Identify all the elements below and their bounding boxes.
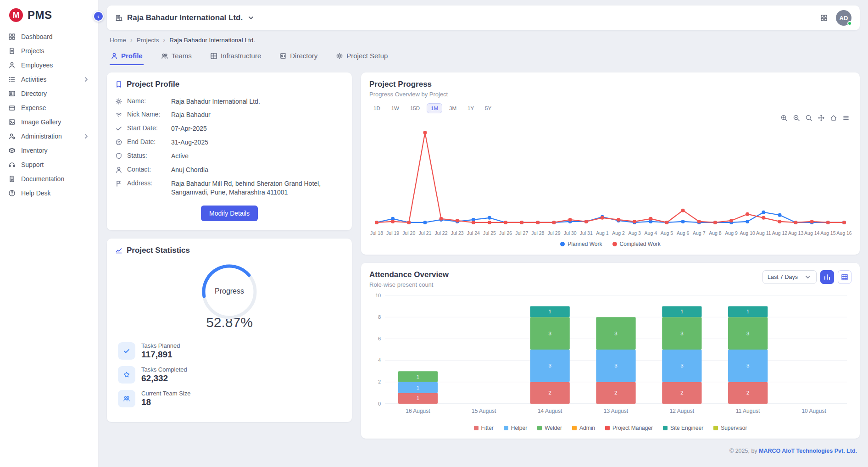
sidebar-item-image-gallery[interactable]: Image Gallery (0, 115, 98, 129)
field-end-date: End Date: 31-Aug-2025 (115, 136, 344, 150)
stat-current-team-size: Current Team Size 18 (118, 390, 341, 407)
tab-teams[interactable]: Teams (160, 50, 193, 65)
legend-item[interactable]: Fitter (474, 425, 494, 431)
legend-item[interactable]: Completed Work (612, 241, 661, 247)
range-button-1y[interactable]: 1Y (463, 103, 478, 113)
svg-text:3: 3 (614, 363, 617, 368)
stat-label: Tasks Planned (141, 342, 180, 349)
svg-text:2: 2 (680, 390, 683, 395)
legend-item[interactable]: Welder (537, 425, 562, 431)
tab-profile[interactable]: Profile (110, 50, 144, 65)
legend-item[interactable]: Planned Work (560, 241, 602, 247)
sidebar-item-projects[interactable]: Projects (0, 44, 98, 58)
zoom-in-icon[interactable] (780, 114, 788, 122)
company-selector[interactable]: Raja Bahadur International Ltd. (115, 13, 255, 22)
employees-icon (8, 61, 16, 69)
pan-icon[interactable] (818, 114, 825, 122)
stat-value: 62,332 (141, 373, 187, 384)
range-button-5y[interactable]: 5Y (481, 103, 495, 113)
sidebar-item-documentation[interactable]: Documentation (0, 172, 98, 186)
field-label: Contact: (127, 166, 167, 173)
stat-label: Current Team Size (141, 390, 190, 397)
svg-text:Jul 29: Jul 29 (548, 230, 561, 236)
tab-infrastructure[interactable]: Infrastructure (209, 50, 262, 65)
field-start-date: Start Date: 07-Apr-2025 (115, 122, 344, 136)
menu-icon[interactable] (842, 114, 850, 122)
legend-item[interactable]: Site Engineer (663, 425, 703, 431)
avatar[interactable]: AD (836, 10, 851, 26)
check-icon (115, 125, 122, 132)
breadcrumb-projects[interactable]: Projects (137, 37, 159, 44)
field-status: Status: Active (115, 150, 344, 163)
svg-text:Jul 24: Jul 24 (467, 230, 480, 236)
footer-text: © 2025, by (729, 448, 759, 454)
stat-label: Tasks Completed (141, 366, 187, 373)
project-progress-chart[interactable]: Jul 18Jul 19Jul 20Jul 21Jul 22Jul 23Jul … (369, 116, 851, 239)
sidebar-item-dashboard[interactable]: Dashboard (0, 30, 98, 44)
person-icon (115, 166, 122, 173)
sidebar-item-expense[interactable]: Expense (0, 101, 98, 115)
svg-text:Aug 5: Aug 5 (661, 230, 673, 236)
sidebar-item-activities[interactable]: Activities (0, 72, 98, 86)
range-button-3m[interactable]: 3M (445, 103, 461, 113)
tab-label: Infrastructure (221, 52, 261, 60)
zoom-out-icon[interactable] (793, 114, 800, 122)
range-button-15d[interactable]: 15D (406, 103, 424, 113)
stat-tasks-planned: Tasks Planned 117,891 (118, 342, 341, 360)
support-icon (8, 161, 16, 168)
sidebar-item-help-desk[interactable]: Help Desk (0, 186, 98, 200)
sidebar-item-directory[interactable]: Directory (0, 87, 98, 100)
sidebar-item-support[interactable]: Support (0, 158, 98, 172)
gauge-label: Progress (199, 287, 260, 295)
stat-items: Tasks Planned 117,891 Tasks Completed 62… (115, 342, 344, 407)
header-actions: AD (820, 10, 851, 26)
legend-swatch (605, 426, 610, 430)
sidebar-item-label: Help Desk (21, 189, 90, 197)
zoom-icon[interactable] (805, 114, 812, 122)
svg-text:Aug 13: Aug 13 (788, 230, 803, 236)
people-icon (118, 390, 135, 407)
svg-text:11 August: 11 August (736, 408, 760, 414)
left-column: Project Profile Name: Raja Bahadur Inter… (107, 72, 352, 422)
sidebar-item-employees[interactable]: Employees (0, 58, 98, 72)
svg-text:3: 3 (548, 363, 551, 368)
range-button-1d[interactable]: 1D (369, 103, 384, 113)
sidebar-collapse-button[interactable]: ‹ (93, 11, 104, 22)
main-area: Raja Bahadur International Ltd. AD Home … (99, 0, 868, 467)
gear-icon (336, 52, 343, 60)
svg-text:Aug 9: Aug 9 (725, 230, 738, 236)
modify-details-button[interactable]: Modify Details (201, 206, 258, 221)
expense-icon (8, 104, 16, 111)
breadcrumb-home[interactable]: Home (110, 37, 126, 44)
svg-text:1: 1 (680, 309, 683, 314)
svg-text:Aug 8: Aug 8 (709, 230, 722, 236)
svg-text:8: 8 (378, 314, 381, 320)
range-button-1w[interactable]: 1W (387, 103, 403, 113)
attendance-chart[interactable]: 024681011116 August15 August233114 Augus… (369, 291, 851, 423)
legend-item[interactable]: Project Manager (605, 425, 653, 431)
chart-view-button[interactable] (820, 270, 834, 284)
sidebar-item-administration[interactable]: Administration (0, 129, 98, 143)
administration-icon (8, 133, 16, 140)
svg-text:3: 3 (680, 363, 683, 368)
table-view-button[interactable] (838, 270, 851, 284)
home-icon[interactable] (830, 114, 837, 122)
tab-project-setup[interactable]: Project Setup (335, 50, 389, 65)
stat-value: 117,891 (141, 350, 180, 360)
range-button-1m[interactable]: 1M (427, 103, 442, 113)
sidebar-item-inventory[interactable]: Inventory (0, 144, 98, 157)
apps-grid-icon[interactable] (820, 14, 828, 22)
svg-text:Jul 22: Jul 22 (435, 230, 448, 236)
legend-item[interactable]: Helper (504, 425, 527, 431)
svg-text:Aug 11: Aug 11 (756, 230, 771, 236)
bar-chart-legend: FitterHelperWelderAdminProject ManagerSi… (369, 425, 851, 431)
svg-text:2: 2 (614, 390, 617, 395)
directory-icon (8, 90, 16, 97)
progress-gauge: Progress (199, 261, 260, 322)
svg-text:10 August: 10 August (801, 408, 826, 414)
date-range-select[interactable]: Last 7 Days (762, 270, 817, 284)
tab-directory[interactable]: Directory (278, 50, 318, 65)
legend-item[interactable]: Supervisor (713, 425, 747, 431)
footer-link[interactable]: MARCO AIoT Technologies Pvt. Ltd. (759, 448, 857, 454)
legend-item[interactable]: Admin (572, 425, 595, 431)
